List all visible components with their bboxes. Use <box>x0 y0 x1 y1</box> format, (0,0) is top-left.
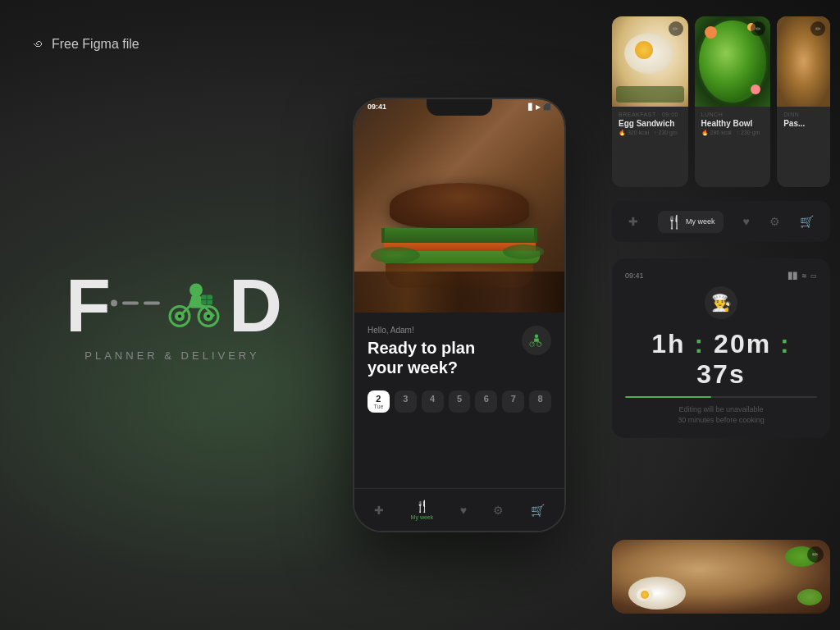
date-item-7[interactable]: 7 <box>502 390 524 413</box>
timer-sep-2: : <box>780 329 791 358</box>
weight-stat-2: ↑ 230 gm <box>737 130 760 136</box>
date-item-6[interactable]: 6 <box>475 390 497 413</box>
egg-yolk-visual <box>641 591 649 599</box>
date-day-active: Tue <box>374 404 384 409</box>
nav-add[interactable]: ✚ <box>374 504 384 517</box>
date-item-5[interactable]: 5 <box>449 390 471 413</box>
phone-food-image <box>354 99 564 313</box>
logo-dot-1 <box>111 300 117 307</box>
food-card-body: BREAKFAST · 09:00 Egg Sandwich 🔥 320 kca… <box>612 107 688 141</box>
timer-hours: 1h <box>651 329 685 358</box>
food-cards-strip: ✏ BREAKFAST · 09:00 Egg Sandwich 🔥 320 k… <box>602 0 840 197</box>
tab-myweek-label: My week <box>686 217 715 226</box>
date-item-active[interactable]: 2 Tue <box>368 390 390 413</box>
timer-sep-1: : <box>695 329 714 358</box>
timer-display: 1h : 20m : 37s <box>625 329 817 390</box>
battery-icon: ▭ <box>810 272 817 280</box>
tab-heart-icon[interactable]: ♥ <box>743 215 750 228</box>
date-item-3[interactable]: 3 <box>395 390 417 413</box>
food-visual <box>354 99 564 313</box>
gear-icon: ⚙ <box>493 504 504 517</box>
figma-label-text: Free Figma file <box>52 37 139 52</box>
tab-gear-icon[interactable]: ⚙ <box>769 215 780 228</box>
cart-icon: 🛒 <box>531 504 545 517</box>
add-icon: ✚ <box>374 504 384 517</box>
tab-add-icon[interactable]: ✚ <box>628 215 638 228</box>
timer-status-time: 09:41 <box>625 272 644 280</box>
date-item-8[interactable]: 8 <box>529 390 551 413</box>
kcal-stat-2: 🔥 286 kcal <box>701 130 732 136</box>
food-card-name: Egg Sandwich <box>619 119 682 128</box>
figma-icon: ꩜ <box>32 37 45 52</box>
tab-myweek-active[interactable]: 🍴 My week <box>658 211 724 233</box>
logo-rider <box>163 274 229 331</box>
right-tab-bar: ✚ 🍴 My week ♥ ⚙ 🛒 <box>612 201 830 242</box>
nav-cart[interactable]: 🛒 <box>531 504 545 517</box>
food-card-2-meta: LUNCH <box>701 112 765 117</box>
nav-myweek-label: My week <box>411 514 434 520</box>
timer-note: Editing will be unavailable 30 minutes b… <box>625 404 817 425</box>
kcal-stat: 🔥 320 kcal <box>619 130 649 136</box>
svg-point-2 <box>189 284 203 297</box>
right-panel: ✏ BREAKFAST · 09:00 Egg Sandwich 🔥 320 k… <box>602 0 840 630</box>
figma-label: ꩜ Free Figma file <box>32 37 139 52</box>
nav-myweek[interactable]: 🍴 My week <box>411 500 434 520</box>
food-card-3-edit-icon[interactable]: ✏ <box>810 21 825 36</box>
phone-heading: Ready to plan your week? <box>368 338 475 377</box>
phone-status-bar: 09:41 ▊▶⬛ <box>368 103 551 111</box>
tab-fork-icon: 🍴 <box>666 214 682 230</box>
timer-progress-fill <box>625 396 711 398</box>
timer-status-icons: ▊▊ ≋ ▭ <box>788 272 817 280</box>
svg-point-8 <box>178 315 181 318</box>
svg-point-9 <box>207 315 210 318</box>
nav-settings[interactable]: ⚙ <box>493 504 504 517</box>
chef-icon: 👨‍🍳 <box>711 293 732 313</box>
food-card-pasta[interactable]: ✏ DINN Pas... <box>777 16 830 187</box>
date-num-active: 2 <box>376 394 381 404</box>
food-card-3-body: DINN Pas... <box>777 107 830 135</box>
fork-icon: 🍴 <box>415 500 429 513</box>
logo-dash-1 <box>122 302 139 305</box>
timer-avatar: 👨‍🍳 <box>705 286 737 319</box>
food-card-2-stats: 🔥 286 kcal ↑ 230 gm <box>701 130 765 136</box>
signal-icon: ▊▊ <box>788 272 798 280</box>
logo-f: F <box>66 269 107 343</box>
food-card-stats: 🔥 320 kcal ↑ 230 gm <box>619 130 682 136</box>
phone-greeting: Hello, Adam! <box>368 326 475 335</box>
wifi-icon: ≋ <box>801 272 807 280</box>
food-card-2-body: LUNCH Healthy Bowl 🔥 286 kcal ↑ 230 gm <box>695 107 771 141</box>
food-card-3-name: Pas... <box>783 119 824 128</box>
timer-seconds: 37s <box>696 359 745 389</box>
date-selector[interactable]: 2 Tue 3 4 5 6 7 8 <box>368 390 551 413</box>
logo-dots <box>111 300 160 312</box>
logo-area: F <box>66 269 279 362</box>
phone-time: 09:41 <box>368 103 386 111</box>
phone-bottom-nav: ✚ 🍴 My week ♥ ⚙ 🛒 <box>354 488 564 531</box>
rider-badge <box>522 326 551 355</box>
weight-stat: ↑ 230 gm <box>654 130 678 136</box>
logo-subtitle: PLANNER & DELIVERY <box>66 349 279 362</box>
food-card-egg-sandwich[interactable]: ✏ BREAKFAST · 09:00 Egg Sandwich 🔥 320 k… <box>612 16 688 187</box>
timer-progress-bar-container <box>625 396 817 398</box>
svg-point-10 <box>535 335 538 338</box>
bottom-food-card[interactable]: ✏ <box>612 540 830 614</box>
tab-cart-icon[interactable]: 🛒 <box>800 215 814 228</box>
food-card-healthy-bowl[interactable]: ✏ LUNCH Healthy Bowl 🔥 286 kcal ↑ 230 gm <box>695 16 771 187</box>
nav-favorites[interactable]: ♥ <box>460 504 467 517</box>
date-item-4[interactable]: 4 <box>422 390 444 413</box>
food-card-2-name: Healthy Bowl <box>701 119 765 128</box>
phone-status-icons: ▊▶⬛ <box>528 103 551 111</box>
timer-panel: 09:41 ▊▊ ≋ ▭ 👨‍🍳 1h : 20m : 37s Editing … <box>612 258 830 438</box>
logo-main: F <box>66 269 279 343</box>
heart-icon: ♥ <box>460 504 467 517</box>
timer-status-bar: 09:41 ▊▊ ≋ ▭ <box>625 272 817 280</box>
food-card-edit-icon[interactable]: ✏ <box>669 21 683 36</box>
phone-mockup: 09:41 ▊▶⬛ Hello, Adam! <box>353 98 566 532</box>
bottom-card-edit-icon[interactable]: ✏ <box>807 546 824 563</box>
logo-dash-2 <box>144 302 160 305</box>
food-card-meta: BREAKFAST · 09:00 <box>619 112 682 117</box>
food-card-3-meta: DINN <box>783 112 824 117</box>
phone-heading-row: Hello, Adam! Ready to plan your week? <box>368 326 551 390</box>
timer-minutes: 20m <box>714 329 771 358</box>
logo-d: D <box>229 269 279 343</box>
